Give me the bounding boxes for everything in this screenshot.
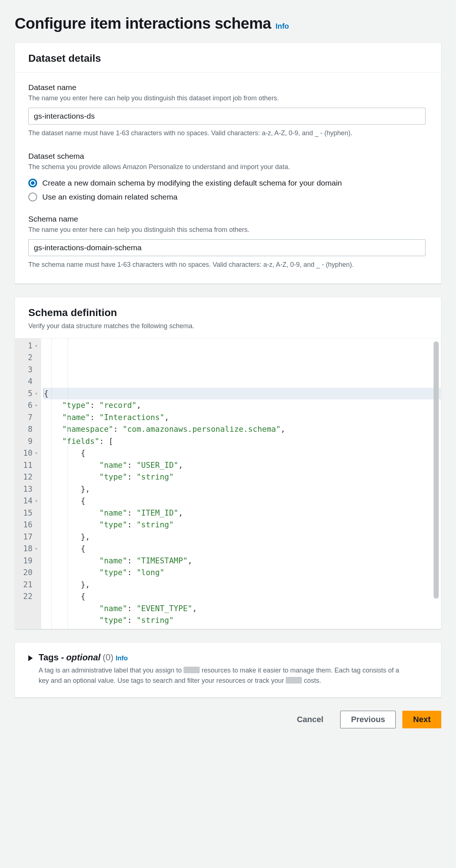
constraint-schema-name: The schema name must have 1-63 character… xyxy=(28,260,428,270)
info-link-tags[interactable]: Info xyxy=(116,654,128,662)
tags-title[interactable]: Tags - optional (0) Info xyxy=(39,652,428,663)
code-content[interactable]: { "type": "record", "name": "Interaction… xyxy=(41,338,441,629)
info-link-header[interactable]: Info xyxy=(275,22,289,31)
label-schema-name: Schema name xyxy=(28,215,428,223)
label-dataset-name: Dataset name xyxy=(28,83,428,92)
label-dataset-schema: Dataset schema xyxy=(28,152,428,161)
radio-label-use-existing: Use an existing domain related schema xyxy=(42,193,178,201)
radio-icon-unselected xyxy=(28,193,37,201)
wizard-footer: Cancel Previous Next xyxy=(15,711,441,728)
panel-title-schema-definition: Schema definition xyxy=(28,307,428,319)
cancel-button[interactable]: Cancel xyxy=(286,711,334,728)
page-header: Configure item interactions schema Info xyxy=(15,15,441,32)
panel-schema-definition: Schema definition Verify your data struc… xyxy=(15,297,441,629)
field-schema-name: Schema name The name you enter here can … xyxy=(28,215,428,270)
tags-count: (0) xyxy=(103,652,113,663)
tags-description: A tag is an administrative label that yo… xyxy=(39,666,406,686)
panel-header-dataset-details: Dataset details xyxy=(15,43,441,73)
input-schema-name[interactable] xyxy=(28,239,425,256)
radio-icon-selected xyxy=(28,179,37,187)
panel-dataset-details: Dataset details Dataset name The name yo… xyxy=(15,43,441,284)
redacted-text xyxy=(286,677,302,684)
desc-schema-name: The name you enter here can help you dis… xyxy=(28,225,428,235)
chevron-right-icon[interactable] xyxy=(28,655,33,661)
panel-tags: Tags - optional (0) Info A tag is an adm… xyxy=(15,642,441,697)
panel-sub-schema-definition: Verify your data structure matches the f… xyxy=(28,322,428,330)
code-editor[interactable]: 1▾2345▾6▾78910▾11121314▾15161718▾1920212… xyxy=(15,338,441,629)
redacted-text xyxy=(184,667,200,673)
panel-header-schema-definition: Schema definition Verify your data struc… xyxy=(15,297,441,338)
tags-title-prefix: Tags - xyxy=(39,652,64,663)
scrollbar-thumb[interactable] xyxy=(434,341,439,599)
desc-dataset-schema: The schema you provide allows Amazon Per… xyxy=(28,162,428,172)
code-gutter: 1▾2345▾6▾78910▾11121314▾15161718▾1920212… xyxy=(15,338,41,629)
panel-title-dataset-details: Dataset details xyxy=(28,53,428,64)
desc-dataset-name: The name you enter here can help you dis… xyxy=(28,93,428,103)
field-dataset-schema: Dataset schema The schema you provide al… xyxy=(28,152,428,201)
page-title: Configure item interactions schema xyxy=(15,15,271,32)
radio-use-existing-schema[interactable]: Use an existing domain related schema xyxy=(28,193,428,201)
tags-optional-label: optional xyxy=(66,652,100,663)
next-button[interactable]: Next xyxy=(402,711,441,728)
radio-group-schema-mode: Create a new domain schema by modifying … xyxy=(28,179,428,201)
previous-button[interactable]: Previous xyxy=(340,711,396,728)
radio-label-create-new: Create a new domain schema by modifying … xyxy=(42,179,342,187)
radio-create-new-schema[interactable]: Create a new domain schema by modifying … xyxy=(28,179,428,187)
input-dataset-name[interactable] xyxy=(28,108,425,125)
constraint-dataset-name: The dataset name must have 1-63 characte… xyxy=(28,128,428,139)
field-dataset-name: Dataset name The name you enter here can… xyxy=(28,83,428,139)
